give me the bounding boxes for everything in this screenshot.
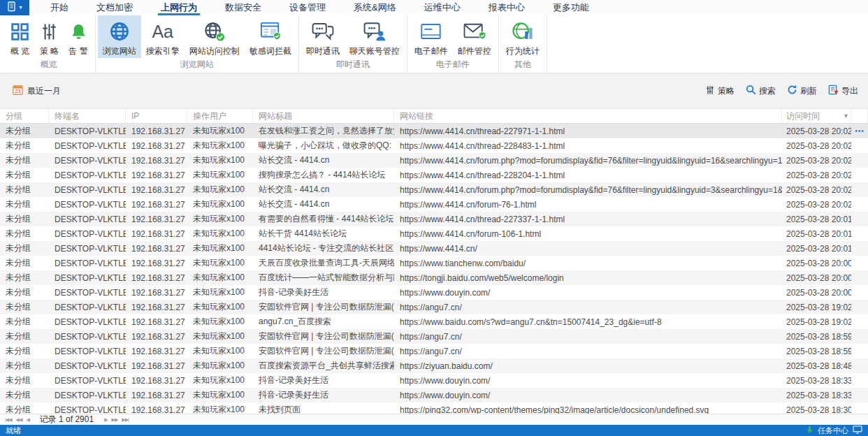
menu-tab[interactable]: 更多功能 bbox=[539, 0, 603, 15]
toolbar-button[interactable]: 策略 bbox=[705, 85, 735, 97]
ribbon-button[interactable]: 浏览网站 bbox=[98, 15, 141, 58]
next-group-icon[interactable]: ▶▶ bbox=[110, 417, 120, 423]
table-row[interactable]: 未分组DESKTOP-VLKTLE1192.168.31.27未知玩家x100抖… bbox=[0, 388, 868, 402]
prev-group-icon[interactable]: ◀◀ bbox=[14, 417, 24, 423]
cell-user: 未知玩家x100 bbox=[187, 138, 253, 153]
menu-tab[interactable]: 上网行为 bbox=[147, 0, 211, 15]
table-row[interactable]: 未分组DESKTOP-VLKTLE1192.168.31.27未知玩家x100有… bbox=[0, 212, 868, 226]
cell-ip: 192.168.31.27 bbox=[126, 329, 187, 344]
ribbon-button[interactable]: Aa搜索引擎 bbox=[141, 15, 185, 58]
column-header[interactable]: 分组 bbox=[0, 109, 49, 123]
table-row[interactable]: 未分组DESKTOP-VLKTLE1192.168.31.27未知玩家x1004… bbox=[0, 241, 868, 256]
prev-page-icon[interactable]: ◀ bbox=[24, 417, 31, 423]
app-menu-button[interactable]: ▾ bbox=[0, 0, 29, 15]
column-header[interactable] bbox=[851, 109, 868, 123]
aa-icon: Aa bbox=[152, 19, 173, 44]
ribbon-button[interactable]: 邮件管控 bbox=[453, 15, 496, 58]
table-row[interactable]: 未分组DESKTOP-VLKTLE1192.168.31.27未知玩家x100a… bbox=[0, 314, 868, 329]
cell-ip: 192.168.31.27 bbox=[126, 388, 187, 402]
cell-ip: 192.168.31.27 bbox=[126, 197, 187, 212]
table-row[interactable]: 未分组DESKTOP-VLKTLE1192.168.31.27未知玩家x100百… bbox=[0, 270, 868, 285]
task-center-button[interactable]: 任务中心 bbox=[818, 426, 848, 436]
toolbar-button-label: 刷新 bbox=[800, 85, 817, 97]
table-row[interactable]: 未分组DESKTOP-VLKTLE1192.168.31.27未知玩家x100站… bbox=[0, 226, 868, 241]
column-filter-icon[interactable]: ▼ bbox=[843, 112, 849, 119]
column-header[interactable]: 访问时间▼ bbox=[782, 109, 851, 123]
menu-tab[interactable]: 系统&网络 bbox=[340, 0, 410, 15]
cell-url: https://www.4414.cn/thread-227337-1-1.ht… bbox=[394, 212, 782, 226]
cell-user: 未知玩家x100 bbox=[187, 373, 253, 388]
table-header-row: 分组终端名IP操作用户网站标题网站链接访问时间▼ bbox=[0, 108, 868, 124]
table-row[interactable]: 未分组DESKTOP-VLKTLE1192.168.31.27未知玩家x100曝… bbox=[0, 138, 868, 153]
cell-user: 未知玩家x100 bbox=[187, 212, 253, 226]
table-row[interactable]: 未分组DESKTOP-VLKTLE1192.168.31.27未知玩家x100安… bbox=[0, 329, 868, 344]
column-header[interactable]: IP bbox=[126, 109, 187, 123]
table-row[interactable]: 未分组DESKTOP-VLKTLE1192.168.31.27未知玩家x100安… bbox=[0, 300, 868, 314]
cell-user: 未知玩家x100 bbox=[187, 124, 253, 138]
ribbon-button-label: 聊天账号管控 bbox=[349, 45, 400, 57]
cell-group: 未分组 bbox=[0, 182, 49, 197]
ribbon-button[interactable]: 即时通讯 bbox=[301, 15, 345, 58]
table-row[interactable]: 未分组DESKTOP-VLKTLE1192.168.31.27未知玩家x100抖… bbox=[0, 373, 868, 388]
column-header[interactable]: 网站标题 bbox=[253, 109, 394, 123]
column-header-label: IP bbox=[131, 111, 139, 121]
column-header[interactable]: 操作用户 bbox=[187, 109, 253, 123]
cell-user: 未知玩家x100 bbox=[187, 344, 253, 358]
table-row[interactable]: 未分组DESKTOP-VLKTLE1192.168.31.27未知玩家x100未… bbox=[0, 402, 868, 414]
ribbon-button[interactable]: 敏感词拦截 bbox=[245, 15, 296, 58]
cell-time: 2025-03-28 20:02:17 bbox=[782, 153, 851, 168]
toolbar-button[interactable]: 刷新 bbox=[787, 85, 817, 97]
cell-time: 2025-03-28 20:01:43 bbox=[782, 241, 851, 256]
ribbon-button[interactable]: 聊天账号管控 bbox=[345, 15, 405, 58]
cell-url: https://tongji.baidu.com/web5/welcome/lo… bbox=[394, 270, 782, 285]
table-row[interactable]: 未分组DESKTOP-VLKTLE1192.168.31.27未知玩家x100百… bbox=[0, 358, 868, 373]
table-row[interactable]: 未分组DESKTOP-VLKTLE1192.168.31.27未知玩家x100站… bbox=[0, 153, 868, 168]
ribbon-button[interactable]: 概 览 bbox=[5, 15, 35, 58]
row-actions-placeholder bbox=[851, 168, 868, 182]
column-header[interactable]: 网站链接 bbox=[394, 109, 782, 123]
column-header[interactable]: 终端名 bbox=[49, 109, 126, 123]
toolbar-button[interactable]: 导出 bbox=[828, 85, 858, 97]
table-row[interactable]: 未分组DESKTOP-VLKTLE1192.168.31.27未知玩家x100在… bbox=[0, 124, 868, 138]
cell-title: 有需要的自然看得懂 - 4414站长论坛 bbox=[253, 212, 394, 226]
ribbon-button[interactable]: 电子邮件 bbox=[410, 15, 453, 58]
menu-tabs: 开始文档加密上网行为数据安全设备管理系统&网络运维中心报表中心更多功能 bbox=[29, 0, 603, 15]
ribbon-button[interactable]: 策 略 bbox=[35, 15, 64, 58]
cell-ip: 192.168.31.27 bbox=[126, 226, 187, 241]
cell-terminal: DESKTOP-VLKTLE1 bbox=[49, 329, 126, 344]
menu-tab[interactable]: 开始 bbox=[36, 0, 82, 15]
menu-tab[interactable]: 运维中心 bbox=[410, 0, 475, 15]
table-row[interactable]: 未分组DESKTOP-VLKTLE1192.168.31.27未知玩家x100站… bbox=[0, 197, 868, 212]
more-actions-icon[interactable]: ••• bbox=[851, 124, 868, 138]
cell-terminal: DESKTOP-VLKTLE1 bbox=[49, 270, 126, 285]
table-row[interactable]: 未分组DESKTOP-VLKTLE1192.168.31.27未知玩家x100天… bbox=[0, 256, 868, 270]
menu-tab[interactable]: 报表中心 bbox=[475, 0, 539, 15]
ribbon-button-label: 概 览 bbox=[10, 45, 29, 57]
cell-title: 站长交流 - 4414.cn bbox=[253, 182, 394, 197]
table-row[interactable]: 未分组DESKTOP-VLKTLE1192.168.31.27未知玩家x100站… bbox=[0, 182, 868, 197]
table-row[interactable]: 未分组DESKTOP-VLKTLE1192.168.31.27未知玩家x100安… bbox=[0, 344, 868, 358]
date-range-filter[interactable]: 23 最近一月 bbox=[13, 85, 61, 97]
menu-tab[interactable]: 文档加密 bbox=[82, 0, 147, 15]
next-page-icon[interactable]: ▶ bbox=[102, 417, 109, 423]
table-row[interactable]: 未分组DESKTOP-VLKTLE1192.168.31.27未知玩家x100搜… bbox=[0, 168, 868, 182]
last-page-icon[interactable]: ▶▶| bbox=[120, 417, 131, 423]
ribbon-button[interactable]: 告 警 bbox=[64, 15, 92, 58]
export-icon bbox=[828, 85, 839, 97]
monitor-icon[interactable] bbox=[853, 426, 862, 435]
cell-time: 2025-03-28 20:02:12 bbox=[782, 168, 851, 182]
cell-title: 百度搜索资源平台_共创共享鲜活搜索 bbox=[253, 358, 394, 373]
ribbon-button[interactable]: 行为统计 bbox=[501, 15, 544, 58]
menu-tab[interactable]: 数据安全 bbox=[211, 0, 275, 15]
menu-tab[interactable]: 设备管理 bbox=[275, 0, 340, 15]
cell-user: 未知玩家x100 bbox=[187, 329, 253, 344]
row-actions-placeholder bbox=[851, 153, 868, 168]
table-row[interactable]: 未分组DESKTOP-VLKTLE1192.168.31.27未知玩家x100抖… bbox=[0, 285, 868, 300]
app-logo-icon bbox=[7, 1, 17, 15]
ribbon-button-label: 即时通讯 bbox=[306, 45, 340, 57]
ribbon-button[interactable]: 网站访问控制 bbox=[185, 15, 245, 58]
first-page-icon[interactable]: |◀◀ bbox=[3, 417, 14, 423]
row-actions-placeholder bbox=[851, 300, 868, 314]
cell-group: 未分组 bbox=[0, 153, 49, 168]
toolbar-button[interactable]: 搜索 bbox=[746, 85, 776, 97]
